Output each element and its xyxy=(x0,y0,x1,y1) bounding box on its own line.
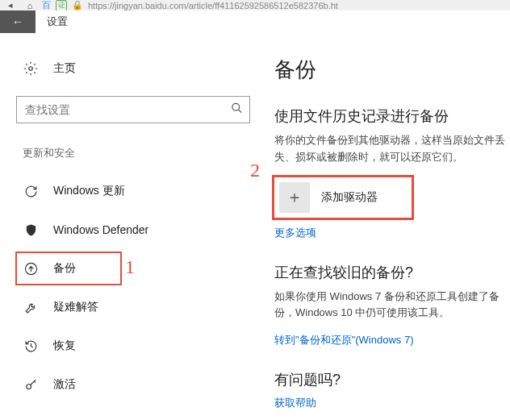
search-input[interactable] xyxy=(17,97,249,123)
settings-header: ← 设置 xyxy=(0,10,510,33)
header-title: 设置 xyxy=(36,15,68,29)
svg-point-4 xyxy=(26,384,31,389)
section-body: 如果你使用 Windows 7 备份和还原工具创建了备份，Windows 10 … xyxy=(274,289,510,322)
url-text: https://jingyan.baidu.com/article/ff4116… xyxy=(88,1,338,10)
annotation-2: 2 xyxy=(250,160,260,181)
sidebar-item-label: Windows Defender xyxy=(53,223,148,236)
backup-filehistory-section: 使用文件历史记录进行备份 将你的文件备份到其他驱动器，这样当原始文件丢失、损坏或… xyxy=(274,106,510,240)
sidebar-home-label: 主页 xyxy=(53,61,76,76)
annotation-1: 1 xyxy=(125,256,135,278)
gear-icon xyxy=(23,60,39,77)
section-heading: 正在查找较旧的备份? xyxy=(274,263,510,282)
sidebar-item-label: Windows 更新 xyxy=(53,184,125,198)
svg-point-1 xyxy=(232,103,240,110)
add-drive-button[interactable]: ＋ 添加驱动器 xyxy=(274,177,412,218)
wrench-icon xyxy=(23,299,39,315)
sidebar: 主页 更新和安全 Windows 更新 Windows Defender xyxy=(0,33,274,420)
page-title: 备份 xyxy=(274,56,510,84)
sidebar-item-troubleshoot[interactable]: 疑难解答 xyxy=(16,291,258,323)
old-backup-section: 正在查找较旧的备份? 如果你使用 Windows 7 备份和还原工具创建了备份，… xyxy=(274,263,510,348)
sidebar-item-activation[interactable]: 激活 xyxy=(16,368,258,401)
sidebar-section-label: 更新和安全 xyxy=(16,146,258,160)
sidebar-item-defender[interactable]: Windows Defender xyxy=(16,214,258,246)
get-help-link[interactable]: 获取帮助 xyxy=(274,396,510,410)
add-drive-label: 添加驱动器 xyxy=(321,190,378,205)
browser-url-bar: ◂ ⌂ 百 证 🔒 https://jingyan.baidu.com/arti… xyxy=(0,0,510,10)
svg-point-0 xyxy=(29,67,33,71)
search-box[interactable] xyxy=(16,96,250,123)
key-icon xyxy=(23,376,39,393)
verify-badge-icon: 证 xyxy=(56,0,67,10)
history-icon xyxy=(23,338,39,354)
win7-backup-link[interactable]: 转到"备份和还原"(Windows 7) xyxy=(274,333,510,347)
sidebar-home[interactable]: 主页 xyxy=(16,56,258,81)
back-button[interactable]: ← xyxy=(0,10,36,33)
sidebar-item-label: 激活 xyxy=(53,377,76,392)
plus-icon: ＋ xyxy=(279,182,310,213)
nav-home-icon[interactable]: ⌂ xyxy=(23,1,37,10)
more-options-link[interactable]: 更多选项 xyxy=(274,226,510,240)
main-content: 备份 使用文件历史记录进行备份 将你的文件备份到其他驱动器，这样当原始文件丢失、… xyxy=(274,33,510,420)
shield-icon xyxy=(23,222,39,238)
arrow-left-icon: ← xyxy=(12,15,23,28)
help-section: 有问题吗? 获取帮助 xyxy=(274,370,510,410)
sidebar-item-label: 疑难解答 xyxy=(53,300,98,314)
sidebar-item-label: 恢复 xyxy=(53,339,76,353)
section-heading: 使用文件历史记录进行备份 xyxy=(274,106,510,126)
sidebar-item-update[interactable]: Windows 更新 xyxy=(16,175,258,207)
sidebar-item-backup[interactable]: 备份 xyxy=(16,252,121,285)
site-label: 百 xyxy=(42,0,51,10)
sync-icon xyxy=(23,183,39,199)
lock-icon: 🔒 xyxy=(72,0,83,10)
sidebar-item-label: 备份 xyxy=(53,261,76,276)
svg-line-2 xyxy=(238,110,241,113)
upload-icon xyxy=(23,260,39,277)
sidebar-item-recovery[interactable]: 恢复 xyxy=(16,330,258,362)
section-heading: 有问题吗? xyxy=(274,370,510,389)
section-body: 将你的文件备份到其他驱动器，这样当原始文件丢失、损坏或被删除时，就可以还原它们。 xyxy=(274,132,510,166)
nav-back-icon[interactable]: ◂ xyxy=(3,0,18,10)
search-icon xyxy=(231,102,243,118)
